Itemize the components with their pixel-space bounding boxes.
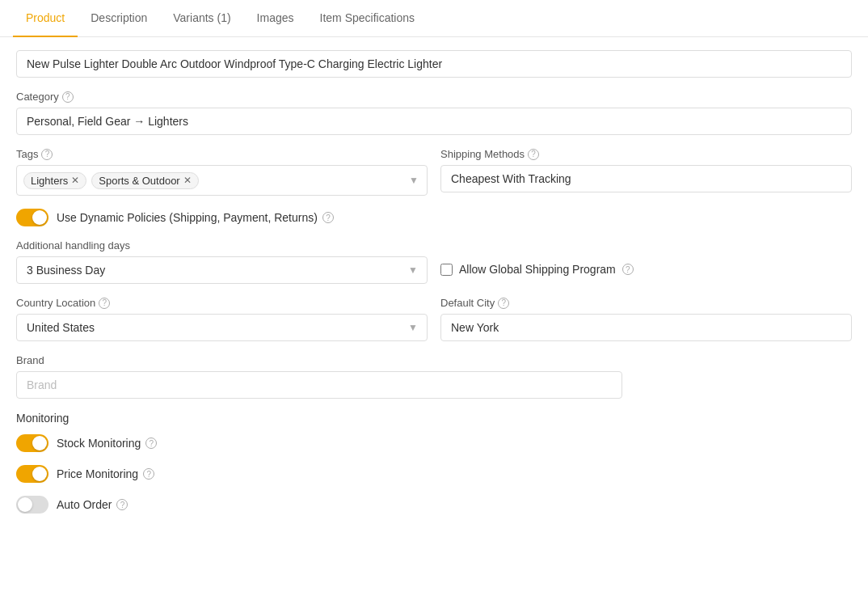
default-city-help-icon[interactable]: ? bbox=[498, 298, 509, 309]
handling-global-row: Additional handling days 3 Business Day … bbox=[16, 239, 852, 297]
auto-order-help-icon[interactable]: ? bbox=[116, 499, 128, 510]
tags-group: Tags ? Lighters ✕ Sports & Outdoor ✕ ▼ bbox=[16, 148, 428, 196]
dynamic-policies-row: Use Dynamic Policies (Shipping, Payment,… bbox=[16, 209, 852, 226]
category-label: Category ? bbox=[16, 91, 852, 103]
category-input[interactable] bbox=[16, 108, 852, 135]
handling-days-label: Additional handling days bbox=[16, 239, 428, 252]
stock-monitoring-toggle[interactable] bbox=[16, 434, 48, 452]
country-location-group: Country Location ? United States Canada … bbox=[16, 297, 428, 341]
stock-monitoring-row: Stock Monitoring ? bbox=[16, 434, 852, 452]
auto-order-row: Auto Order ? bbox=[16, 496, 852, 514]
brand-group: Brand bbox=[16, 354, 622, 399]
auto-order-thumb bbox=[18, 497, 32, 512]
tab-description[interactable]: Description bbox=[78, 0, 160, 37]
product-title-input[interactable] bbox=[16, 50, 852, 78]
shipping-methods-label: Shipping Methods ? bbox=[440, 148, 852, 160]
shipping-help-icon[interactable]: ? bbox=[528, 149, 539, 160]
default-city-input[interactable] bbox=[440, 314, 852, 341]
shipping-methods-input[interactable] bbox=[440, 165, 852, 192]
price-monitoring-label: Price Monitoring ? bbox=[57, 467, 154, 480]
default-city-label: Default City ? bbox=[440, 297, 852, 309]
default-city-group: Default City ? bbox=[440, 297, 852, 341]
handling-days-select-wrapper: 3 Business Day 1 Business Day 2 Business… bbox=[16, 256, 428, 284]
dynamic-policies-toggle[interactable] bbox=[16, 209, 48, 226]
tag-sports-outdoor-remove[interactable]: ✕ bbox=[183, 175, 192, 185]
country-city-row: Country Location ? United States Canada … bbox=[16, 297, 852, 354]
auto-order-toggle[interactable] bbox=[16, 496, 48, 514]
auto-order-label: Auto Order ? bbox=[57, 498, 128, 511]
stock-monitoring-help-icon[interactable]: ? bbox=[145, 437, 157, 449]
global-shipping-checkbox[interactable] bbox=[440, 264, 453, 276]
price-monitoring-toggle[interactable] bbox=[16, 465, 48, 483]
category-help-icon[interactable]: ? bbox=[62, 91, 74, 103]
country-location-label: Country Location ? bbox=[16, 297, 428, 309]
tags-help-icon[interactable]: ? bbox=[41, 149, 53, 160]
shipping-methods-group: Shipping Methods ? bbox=[440, 148, 852, 196]
main-content: Category ? Tags ? Lighters ✕ Sports & Ou… bbox=[0, 37, 868, 539]
brand-label: Brand bbox=[16, 354, 622, 366]
global-shipping-group: Allow Global Shipping Program ? bbox=[440, 239, 852, 284]
tab-bar: Product Description Variants (1) Images … bbox=[0, 0, 868, 37]
price-monitoring-thumb bbox=[32, 467, 47, 481]
country-location-select[interactable]: United States Canada United Kingdom bbox=[16, 314, 428, 341]
tab-item-specifications[interactable]: Item Specifications bbox=[307, 0, 428, 37]
monitoring-title: Monitoring bbox=[16, 412, 852, 425]
tags-field[interactable]: Lighters ✕ Sports & Outdoor ✕ ▼ bbox=[16, 165, 428, 196]
monitoring-section: Monitoring Stock Monitoring ? Price Moni… bbox=[16, 412, 852, 514]
auto-order-track[interactable] bbox=[16, 496, 48, 514]
tags-label: Tags ? bbox=[16, 148, 428, 160]
tags-dropdown-arrow: ▼ bbox=[409, 175, 419, 186]
country-location-help-icon[interactable]: ? bbox=[99, 298, 110, 309]
global-shipping-checkbox-row: Allow Global Shipping Program ? bbox=[440, 263, 634, 276]
price-monitoring-track[interactable] bbox=[16, 465, 48, 483]
country-location-select-wrapper: United States Canada United Kingdom ▼ bbox=[16, 314, 428, 341]
global-shipping-label: Allow Global Shipping Program bbox=[459, 263, 616, 276]
stock-monitoring-track[interactable] bbox=[16, 434, 48, 452]
dynamic-policies-help-icon[interactable]: ? bbox=[322, 212, 334, 223]
dynamic-policies-thumb bbox=[32, 210, 47, 225]
brand-input[interactable] bbox=[16, 371, 622, 399]
handling-days-group: Additional handling days 3 Business Day … bbox=[16, 239, 428, 284]
category-group: Category ? bbox=[16, 91, 852, 135]
tag-lighters-remove[interactable]: ✕ bbox=[71, 175, 79, 185]
price-monitoring-row: Price Monitoring ? bbox=[16, 465, 852, 483]
price-monitoring-help-icon[interactable]: ? bbox=[143, 468, 154, 480]
stock-monitoring-label: Stock Monitoring ? bbox=[57, 437, 157, 450]
tab-product[interactable]: Product bbox=[13, 0, 78, 37]
dynamic-policies-track[interactable] bbox=[16, 209, 48, 226]
dynamic-policies-label: Use Dynamic Policies (Shipping, Payment,… bbox=[57, 211, 334, 224]
handling-days-select[interactable]: 3 Business Day 1 Business Day 2 Business… bbox=[16, 256, 428, 284]
product-title-group bbox=[16, 50, 852, 78]
tag-sports-outdoor: Sports & Outdoor ✕ bbox=[91, 172, 198, 189]
stock-monitoring-thumb bbox=[32, 436, 47, 450]
tab-images[interactable]: Images bbox=[244, 0, 307, 37]
tag-lighters: Lighters ✕ bbox=[23, 172, 86, 189]
tags-shipping-row: Tags ? Lighters ✕ Sports & Outdoor ✕ ▼ S… bbox=[16, 148, 852, 209]
tab-variants[interactable]: Variants (1) bbox=[160, 0, 243, 37]
global-shipping-help-icon[interactable]: ? bbox=[622, 264, 634, 275]
